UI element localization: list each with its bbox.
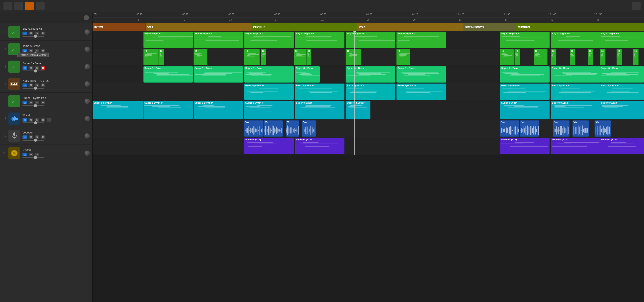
clip-toms-crash[interactable]: To: [534, 49, 548, 65]
volume-knob[interactable]: [84, 116, 90, 121]
clip-super8-synth-pad[interactable]: Super 8 Synth P: [500, 101, 550, 120]
clip-vocoder[interactable]: Vocoder (+12): [600, 138, 644, 154]
mute-button[interactable]: M: [28, 118, 33, 122]
solo-button[interactable]: S: [34, 84, 39, 87]
mute-button[interactable]: M: [28, 136, 33, 139]
clip-toms-crash[interactable]: To: [616, 49, 622, 65]
mute-button[interactable]: M: [28, 101, 33, 104]
power-button[interactable]: ⏻: [22, 49, 27, 52]
clip-vocal[interactable]: 'Vo: [520, 120, 539, 137]
fader-track[interactable]: [22, 157, 44, 158]
solo-button[interactable]: S: [34, 118, 39, 122]
mute-button[interactable]: M: [28, 32, 33, 35]
power-button[interactable]: ⏻: [22, 101, 27, 104]
rec-button[interactable]: R: [41, 66, 46, 70]
clip-toms-crash[interactable]: To: [294, 49, 308, 65]
clip-toms-crash[interactable]: To: [633, 49, 638, 65]
volume-knob[interactable]: [84, 64, 90, 69]
clip-super8-synth-pad[interactable]: Super 8 Synth P: [295, 101, 345, 120]
fader-track[interactable]: [22, 105, 44, 106]
volume-knob[interactable]: [84, 133, 90, 138]
section-vs-2[interactable]: VS 2: [357, 23, 463, 31]
clip-vocal[interactable]: 'Vo: [264, 120, 283, 137]
clip-vocoder[interactable]: Vocoder (+12): [551, 138, 600, 154]
power-button[interactable]: ⏻: [22, 153, 27, 156]
solo-button[interactable]: S: [34, 66, 39, 70]
volume-knob[interactable]: [84, 47, 90, 52]
section-intro[interactable]: INTRO: [92, 23, 146, 31]
mute-button[interactable]: M: [28, 153, 33, 156]
lcd-button[interactable]: [632, 2, 640, 10]
clip-sky-at-night-kit[interactable]: Sky At Night Kit: [144, 32, 193, 48]
fader-track[interactable]: [22, 70, 44, 72]
clip-sky-at-night-kit[interactable]: Sky At Night Kit: [600, 32, 644, 48]
solo-button[interactable]: S: [34, 32, 39, 35]
clip-super8-synth-pad[interactable]: Super 8 Synth P: [551, 101, 600, 120]
solo-button[interactable]: S: [34, 153, 39, 156]
clip-super8-synth-pad[interactable]: Super 8 Synth P: [92, 101, 144, 120]
solo-button[interactable]: S: [34, 136, 39, 139]
clip-toms-crash[interactable]: To: [600, 49, 606, 65]
clip-toms-crash[interactable]: To: [194, 49, 208, 65]
clip-vocoder[interactable]: Vocoder (+12): [244, 138, 294, 154]
volume-knob[interactable]: [84, 30, 90, 34]
clip-super8-synth-pad[interactable]: Super 8 Synth P: [346, 101, 370, 120]
section-vs-1[interactable]: VS 1: [146, 23, 252, 31]
rec-button[interactable]: R: [41, 49, 46, 52]
clip-toms-crash[interactable]: To: [588, 49, 594, 65]
section-chorus[interactable]: CHORUS: [251, 23, 357, 31]
clip-toms-crash[interactable]: To: [570, 49, 575, 65]
marker-add-button[interactable]: [84, 15, 89, 20]
clip-sky-at-night-kit[interactable]: Sky At Night Kit: [346, 32, 395, 48]
clip-vocal[interactable]: 'Vo: [553, 120, 570, 137]
clip-super8-synth-pad[interactable]: Super 8 Synth P: [144, 101, 193, 120]
clip-super8-bass[interactable]: Super 8 – Bass: [346, 66, 395, 83]
clip-toms-crash[interactable]: To: [514, 49, 520, 65]
fader-track[interactable]: [22, 140, 44, 140]
section-breakdown[interactable]: BREAKDOWN: [463, 23, 516, 31]
clip-super8-synth-pad[interactable]: Super 8 Synth P: [244, 101, 294, 120]
rec-button[interactable]: R: [41, 84, 46, 87]
input-button[interactable]: I: [47, 118, 52, 122]
power-button[interactable]: ⏻: [22, 66, 27, 70]
clip-sky-at-night-kit[interactable]: Sky At Night Kit: [194, 32, 243, 48]
clip-sky-at-night-kit[interactable]: Sky At Night Kit: [244, 32, 294, 48]
clip-retro-synth[interactable]: Retro Synth – Ar: [600, 84, 644, 100]
clip-sky-at-night-kit[interactable]: Sky At Night Kit: [500, 32, 550, 48]
clip-toms-crash[interactable]: To: [396, 49, 410, 65]
clip-super8-bass[interactable]: Super 8 – Bass: [244, 66, 294, 83]
volume-knob[interactable]: [84, 99, 90, 104]
power-button[interactable]: ⏻: [22, 118, 27, 122]
clip-vocoder[interactable]: Vocoder (+12): [295, 138, 345, 154]
clip-super8-bass[interactable]: Super 8 – Bass: [551, 66, 600, 83]
clip-toms-crash[interactable]: To: [346, 49, 361, 65]
s-button[interactable]: [36, 2, 44, 10]
clip-vocal[interactable]: 'Vo: [244, 120, 264, 137]
volume-knob[interactable]: [84, 81, 90, 86]
fader-track[interactable]: [22, 122, 44, 123]
clip-retro-synth[interactable]: Retro Synth – Ar: [500, 84, 550, 100]
clip-vocal[interactable]: 'Vo: [572, 120, 589, 137]
add-button[interactable]: [4, 2, 12, 10]
clip-retro-synth[interactable]: Retro Synth – Ar: [244, 84, 294, 100]
clip-toms-crash[interactable]: To: [159, 49, 164, 65]
clip-vocal[interactable]: 'Vo: [302, 120, 316, 137]
rec-button[interactable]: R: [41, 118, 46, 122]
clip-sky-at-night-kit[interactable]: Sky At Night Kit: [295, 32, 345, 48]
clip-retro-synth[interactable]: Retro Synth – Ar: [396, 84, 446, 100]
clip-super8-bass[interactable]: Super 8 – Bass: [144, 66, 193, 83]
clip-vocal[interactable]: 'Vo: [594, 120, 611, 137]
mute-button[interactable]: M: [28, 66, 33, 70]
clip-sky-at-night-kit[interactable]: Sky At Night Kit: [551, 32, 600, 48]
solo-button[interactable]: S: [34, 49, 39, 52]
clip-toms-crash[interactable]: To: [244, 49, 260, 65]
clip-vocal[interactable]: 'Vo: [500, 120, 519, 137]
power-button[interactable]: ⏻: [22, 84, 27, 87]
clip-retro-synth[interactable]: Retro Synth – Ar: [551, 84, 600, 100]
rec-button[interactable]: R: [41, 101, 46, 104]
clip-super8-synth-pad[interactable]: Super 8 Synth P: [194, 101, 243, 120]
clip-super8-synth-pad[interactable]: Super 8 Synth P: [600, 101, 644, 120]
fader-track[interactable]: [22, 36, 44, 37]
clip-toms-crash[interactable]: To: [500, 49, 514, 65]
h-button[interactable]: [25, 2, 34, 10]
